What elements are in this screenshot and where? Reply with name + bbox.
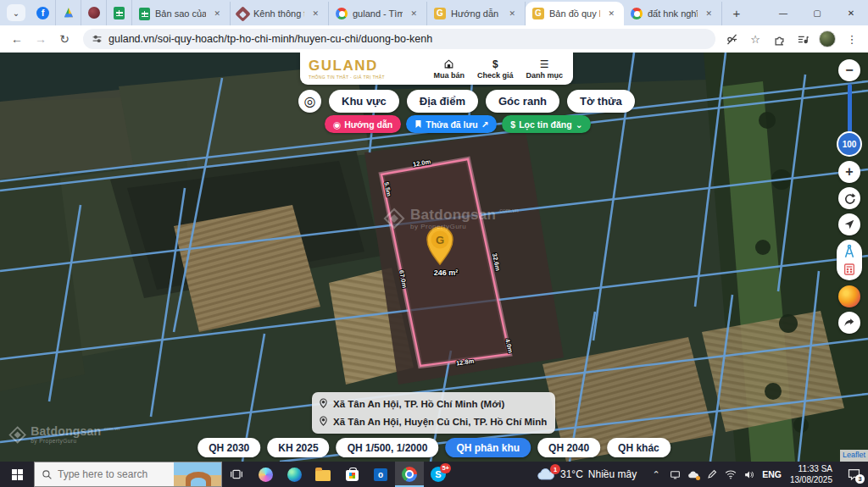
refresh-map-button[interactable] [838, 187, 860, 209]
back-button[interactable]: ← [7, 29, 27, 49]
pill-to-thua[interactable]: Tờ thửa [567, 90, 635, 113]
window-close-button[interactable]: ✕ [834, 0, 868, 25]
tab-guland-tim[interactable]: guland - Tìm tr ✕ [329, 2, 427, 25]
pill-khu-vuc[interactable]: Khu vực [329, 90, 399, 113]
map-attribution[interactable]: Leaflet [840, 450, 868, 462]
tab-ban-sao[interactable]: Bản sao của Tà ✕ [132, 2, 231, 25]
share-button[interactable] [838, 312, 860, 334]
layer-qh-2040[interactable]: QH 2040 [537, 438, 600, 457]
bookmark-star-icon[interactable]: ☆ [748, 31, 763, 47]
tab-close-icon[interactable]: ✕ [211, 8, 223, 19]
tab-close-icon[interactable]: ✕ [703, 8, 715, 19]
tray-display-icon[interactable] [669, 468, 681, 480]
search-highlight-image[interactable] [174, 462, 221, 486]
copilot-icon [259, 468, 273, 482]
tab-ban-do-quy-hoach-active[interactable]: G Bản đồ quy ho ✕ [526, 2, 624, 25]
compass-tool-icon[interactable] [842, 244, 857, 259]
tray-chevron-up-icon[interactable]: ⌃ [650, 468, 662, 480]
calculator-tool-icon[interactable] [843, 263, 856, 276]
menu-check-gia[interactable]: $ Check giá [477, 58, 514, 80]
navigate-button[interactable] [838, 213, 860, 235]
external-link-icon: ↗ [481, 119, 489, 130]
tab-close-icon[interactable]: ✕ [309, 8, 321, 19]
browser-menu-icon[interactable]: ⋮ [844, 31, 860, 47]
layer-qh-2030[interactable]: QH 2030 [198, 438, 260, 457]
house-icon [443, 58, 454, 70]
task-view-button[interactable] [222, 462, 251, 487]
file-explorer-button[interactable] [309, 462, 337, 487]
window-minimize-button[interactable]: — [766, 0, 800, 25]
zoom-level-badge[interactable]: 100 [837, 131, 862, 157]
chat-app-button[interactable]: S 5+ [424, 462, 453, 487]
pill-dia-diem[interactable]: Địa điểm [407, 90, 478, 113]
tab-dat-hnk[interactable]: đất hnk nghĩa ✕ [624, 2, 722, 25]
weather-temp: 31°C [560, 468, 583, 480]
layer-qh-khac[interactable]: QH khác [607, 438, 670, 457]
locate-me-button[interactable]: ◎ [298, 90, 321, 113]
huong-dan-button[interactable]: ◉ Hướng dẫn [325, 115, 401, 133]
ms-store-button[interactable] [337, 462, 366, 487]
zoom-out-button[interactable]: − [838, 59, 860, 81]
loc-tin-dang-button[interactable]: $ Lọc tin đăng ⌄ [502, 115, 591, 133]
address-line-new[interactable]: Xã Tân An Hội, TP. Hồ Chí Minh (Mới) [319, 395, 547, 412]
reload-button[interactable]: ↻ [54, 29, 75, 49]
taskbar-clock[interactable]: 11:33 SA 13/08/2025 [787, 463, 839, 485]
action-center-button[interactable]: 3 [839, 462, 868, 487]
tab-close-icon[interactable]: ✕ [408, 8, 420, 19]
taskbar-search[interactable] [34, 462, 222, 487]
tab-huong-dan[interactable]: G Hướng dẫn lưu ✕ [427, 2, 526, 25]
profile-avatar[interactable] [819, 30, 836, 47]
edge-button[interactable] [280, 462, 309, 487]
sheets-icon [114, 7, 125, 19]
zoom-in-button[interactable]: + [838, 161, 860, 183]
pinned-tab-drive[interactable] [56, 0, 81, 25]
menu-danh-muc[interactable]: ☰ Danh mục [526, 58, 563, 80]
layer-qh-1-500[interactable]: QH 1/500, 1/2000 [337, 438, 439, 457]
tray-onedrive-icon[interactable] [687, 468, 699, 480]
pinned-tab-sheets[interactable] [107, 0, 132, 25]
search-input[interactable] [58, 468, 158, 480]
tab-label: guland - Tìm tr [353, 8, 403, 19]
site-logo[interactable]: GULAND THÔNG TIN THẬT - GIÁ TRỊ THẬT [309, 58, 385, 80]
chrome-button-active[interactable] [395, 462, 424, 487]
copilot-button[interactable] [251, 462, 280, 487]
menu-mua-ban[interactable]: Mua bán [433, 58, 465, 80]
windows-logo-icon [12, 469, 23, 480]
layer-kh-2025[interactable]: KH 2025 [267, 438, 329, 457]
forward-button[interactable]: → [31, 29, 51, 49]
new-tab-button[interactable]: + [726, 2, 748, 24]
map-style-button[interactable] [838, 285, 860, 307]
pinned-tab-facebook[interactable]: f [31, 0, 56, 25]
tray-volume-icon[interactable] [743, 468, 755, 480]
password-key-off-icon[interactable] [724, 31, 739, 47]
media-controls-icon[interactable] [795, 31, 810, 47]
tab-search-button[interactable]: ⌄ [7, 4, 25, 21]
address-line-old[interactable]: Xã Tân An Hội, Huyện Củ Chi, TP. Hồ Chí … [319, 412, 547, 430]
tab-label: Hướng dẫn lưu [451, 8, 501, 19]
navigation-arrow-icon [843, 219, 855, 230]
guide-dot-icon: ◉ [333, 119, 341, 130]
cloud-icon: 1 [537, 468, 555, 481]
window-maximize-button[interactable]: ▢ [800, 0, 834, 25]
tray-wifi-icon[interactable] [725, 468, 737, 480]
layer-qh-phan-khu-active[interactable]: QH phân khu [445, 438, 531, 457]
start-button[interactable] [0, 462, 34, 487]
pill-goc-ranh[interactable]: Góc ranh [486, 90, 559, 113]
status-dot [696, 476, 700, 480]
outlook-button[interactable]: o [366, 462, 395, 487]
tab-close-icon[interactable]: ✕ [506, 8, 518, 19]
zoom-slider[interactable] [848, 84, 852, 135]
pinned-tab-site[interactable] [81, 0, 107, 25]
thua-da-luu-button[interactable]: Thửa đã lưu ↗ [406, 115, 497, 133]
language-indicator[interactable]: ENG [762, 469, 782, 479]
tab-close-icon[interactable]: ✕ [605, 8, 617, 19]
address-bar[interactable]: guland.vn/soi-quy-hoach/tp-ho-chi-minh/h… [83, 29, 715, 49]
tab-kenh-thong-tin[interactable]: Kênh thông tin ✕ [231, 2, 329, 25]
extensions-puzzle-icon[interactable] [771, 31, 787, 47]
tray-pen-icon[interactable] [706, 468, 718, 480]
chevron-down-icon: ⌄ [13, 8, 19, 18]
bookmark-icon [415, 119, 422, 129]
outlook-icon: o [374, 468, 387, 481]
weather-widget[interactable]: 1 31°C Nhiều mây [531, 468, 642, 481]
toolbar-icons: ☆ ⋮ [724, 30, 861, 47]
